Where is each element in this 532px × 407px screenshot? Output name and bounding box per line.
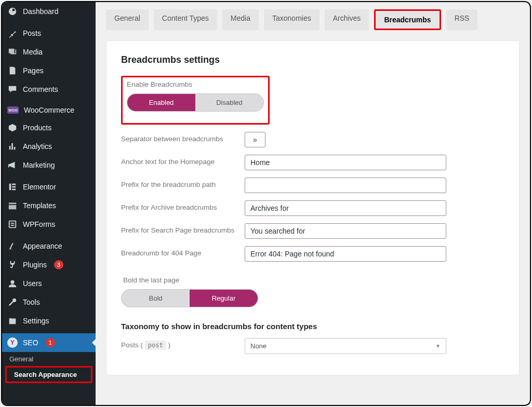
tools-icon — [7, 297, 18, 307]
pin-icon — [7, 28, 18, 38]
sidebar-item-label: WPForms — [23, 220, 55, 228]
sidebar-item-tools[interactable]: Tools — [2, 293, 96, 311]
sidebar-item-label: Pages — [23, 66, 44, 75]
sidebar-item-analytics[interactable]: Analytics — [2, 137, 96, 156]
svg-rect-4 — [12, 189, 16, 191]
tab-rss[interactable]: RSS — [446, 9, 478, 30]
sidebar-item-appearance[interactable]: Appearance — [2, 237, 96, 255]
svg-rect-5 — [9, 221, 16, 228]
sidebar-item-label: Elementor — [23, 183, 56, 191]
sidebar-item-media[interactable]: Media — [2, 43, 96, 61]
sidebar-item-label: Analytics — [23, 142, 52, 151]
enable-breadcrumbs-toggle[interactable]: Enabled Disabled — [127, 93, 264, 112]
chevron-down-icon: ▼ — [435, 343, 441, 349]
highlight-breadcrumbs-tab: Breadcrumbs — [374, 9, 441, 30]
sidebar-item-label: Plugins — [23, 261, 47, 269]
products-icon — [7, 123, 18, 133]
svg-point-6 — [10, 280, 14, 284]
prefix-path-label: Prefix for the breadcrumb path — [121, 178, 235, 188]
toggle-regular[interactable]: Regular — [190, 290, 258, 307]
bold-last-label: Bold the last page — [123, 276, 504, 284]
sidebar-item-pages[interactable]: Pages — [2, 61, 96, 80]
sidebar-item-label: Users — [23, 279, 42, 288]
sidebar-sub-general[interactable]: General — [2, 352, 96, 366]
sidebar-item-label: Dashboard — [23, 7, 59, 16]
sidebar-item-label: Marketing — [23, 161, 55, 169]
update-badge: 3 — [54, 260, 63, 269]
toggle-bold[interactable]: Bold — [122, 290, 190, 307]
toggle-disabled[interactable]: Disabled — [195, 94, 263, 111]
sidebar-item-posts[interactable]: Posts — [2, 24, 96, 43]
tab-breadcrumbs[interactable]: Breadcrumbs — [376, 11, 439, 29]
bc-404-label: Breadcrumb for 404 Page — [121, 246, 235, 257]
sidebar-sub-search-appearance[interactable]: Search Appearance — [7, 368, 91, 382]
sidebar-item-woocommerce[interactable]: woo WooCommerce — [2, 102, 96, 118]
notification-badge: 1 — [46, 338, 55, 347]
sidebar-item-label: Posts — [23, 29, 41, 37]
prefix-archive-label: Prefix for Archive breadcrumbs — [121, 200, 235, 211]
plugins-icon — [7, 260, 18, 270]
anchor-label: Anchor text for the Homepage — [121, 155, 235, 166]
sidebar-item-label: Comments — [23, 85, 58, 93]
appearance-icon — [7, 241, 18, 251]
admin-sidebar: Dashboard Posts Media Pages Comments woo… — [2, 2, 96, 405]
dashboard-icon — [7, 6, 18, 17]
prefix-archive-input[interactable] — [245, 200, 446, 216]
sidebar-item-elementor[interactable]: Elementor — [2, 178, 96, 196]
sidebar-item-label: Templates — [23, 201, 56, 210]
sidebar-item-label: Appearance — [23, 242, 62, 250]
svg-rect-3 — [12, 186, 16, 188]
tab-taxonomies[interactable]: Taxonomies — [264, 9, 320, 30]
pages-icon — [7, 65, 18, 76]
sidebar-item-seo[interactable]: Y SEO 1 — [2, 333, 96, 352]
sidebar-item-plugins[interactable]: Plugins 3 — [2, 255, 96, 274]
bc-404-input[interactable] — [245, 246, 446, 262]
sidebar-item-templates[interactable]: Templates — [2, 196, 96, 215]
select-value: None — [250, 342, 267, 350]
tab-general[interactable]: General — [106, 9, 149, 30]
toggle-enabled[interactable]: Enabled — [127, 94, 195, 111]
sidebar-item-marketing[interactable]: Marketing — [2, 156, 96, 174]
comments-icon — [7, 84, 18, 94]
highlight-enable-breadcrumbs: Enable Breadcrumbs Enabled Disabled — [121, 76, 270, 125]
taxonomy-heading: Taxonomy to show in breadcrumbs for cont… — [121, 322, 504, 331]
prefix-search-label: Prefix for Search Page breadcrumbs — [121, 223, 235, 234]
users-icon — [7, 278, 18, 289]
svg-rect-2 — [12, 184, 16, 185]
settings-icon — [7, 316, 18, 326]
sidebar-item-products[interactable]: Products — [2, 118, 96, 137]
anchor-input[interactable] — [245, 155, 446, 170]
prefix-path-input[interactable] — [245, 178, 446, 193]
wpforms-icon — [7, 219, 18, 229]
templates-icon — [7, 200, 18, 211]
prefix-search-input[interactable] — [245, 223, 446, 239]
settings-tabs: General Content Types Media Taxonomies A… — [106, 2, 520, 33]
sidebar-item-dashboard[interactable]: Dashboard — [2, 2, 96, 21]
posts-taxonomy-select[interactable]: None ▼ — [245, 338, 446, 354]
separator-label: Separator between breadcrumbs — [121, 132, 235, 143]
sidebar-item-label: Tools — [23, 298, 40, 306]
enable-breadcrumbs-label: Enable Breadcrumbs — [127, 80, 264, 88]
posts-taxonomy-label: Posts ( post ) — [121, 338, 235, 349]
sidebar-item-label: WooCommerce — [24, 106, 74, 114]
sidebar-item-users[interactable]: Users — [2, 274, 96, 293]
sidebar-item-settings[interactable]: Settings — [2, 311, 96, 330]
yoast-icon: Y — [7, 337, 18, 348]
bold-last-toggle[interactable]: Bold Regular — [121, 289, 258, 307]
separator-input[interactable] — [245, 132, 265, 147]
marketing-icon — [7, 160, 18, 170]
tab-content-types[interactable]: Content Types — [154, 9, 217, 30]
analytics-icon — [7, 141, 18, 152]
svg-point-0 — [10, 50, 11, 51]
elementor-icon — [7, 182, 18, 192]
tab-media[interactable]: Media — [222, 9, 259, 30]
main-content: General Content Types Media Taxonomies A… — [96, 2, 530, 405]
media-icon — [7, 47, 18, 57]
svg-rect-1 — [9, 184, 11, 191]
sidebar-item-comments[interactable]: Comments — [2, 80, 96, 99]
tab-archives[interactable]: Archives — [325, 9, 369, 30]
sidebar-item-wpforms[interactable]: WPForms — [2, 215, 96, 234]
breadcrumbs-panel: Breadcrumbs settings Enable Breadcrumbs … — [106, 40, 520, 375]
highlight-search-appearance: Search Appearance — [5, 366, 92, 383]
sidebar-item-label: Products — [23, 124, 51, 132]
